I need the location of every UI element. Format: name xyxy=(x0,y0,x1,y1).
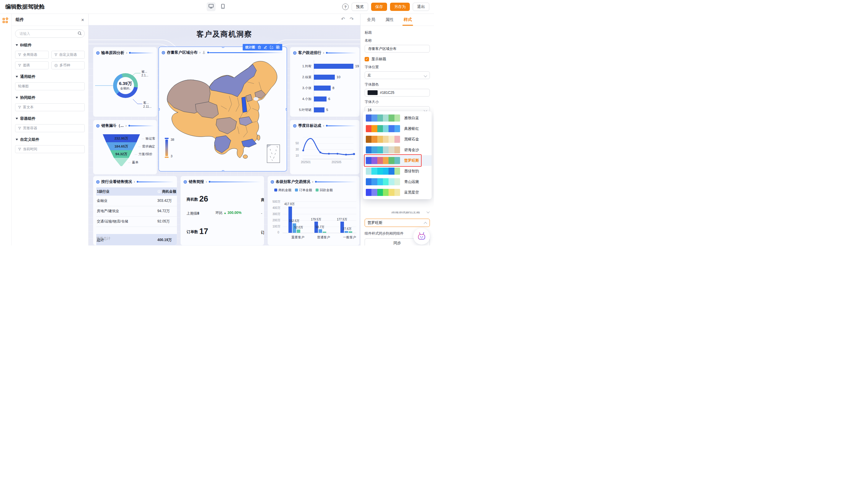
save-as-button[interactable]: 另存为 xyxy=(390,3,410,11)
search-icon xyxy=(78,31,82,35)
font-color-field[interactable]: #181C25 xyxy=(365,89,430,96)
edit-square-icon[interactable] xyxy=(270,46,273,49)
widget-industry-table[interactable]: 按行业看销售情况 › 1级行业 $商机金额 金融业303.42万 房地产/建筑业… xyxy=(93,176,177,246)
close-icon[interactable]: × xyxy=(81,18,84,22)
section-bi-components[interactable]: BI组件 xyxy=(16,42,84,48)
y-tick: 10 xyxy=(296,154,299,157)
component-search[interactable] xyxy=(15,30,85,38)
rank-bar-chart[interactable]: 1.刘宥19 2.徐莱10 3.小张8 4.小加6 5.叶明诸5 xyxy=(293,63,358,117)
chevron-right-icon[interactable]: › xyxy=(323,51,324,55)
line-chart[interactable]: 50 30 10 202501 202505 xyxy=(295,131,356,167)
y-tick: 50 xyxy=(296,142,299,145)
resize-handle[interactable] xyxy=(286,108,287,110)
table-row[interactable]: 金融业303.42万 xyxy=(96,196,177,206)
theme-option[interactable]: 黑曜石金 xyxy=(363,134,431,145)
undo-icon[interactable]: ↶ xyxy=(341,16,345,22)
theme-select[interactable]: 普罗旺斯 xyxy=(365,219,430,227)
resize-handle[interactable] xyxy=(222,47,224,48)
title-decoration xyxy=(129,125,154,126)
theme-option[interactable]: 青山远黛 xyxy=(363,176,431,187)
font-color-label: 字体颜色 xyxy=(365,82,430,87)
tab-properties[interactable]: 属性 xyxy=(385,17,394,22)
section-common-components[interactable]: 通用组件 xyxy=(16,74,84,79)
save-button[interactable]: 保存 xyxy=(371,3,387,11)
chevron-right-icon[interactable]: › xyxy=(312,179,313,184)
chevron-right-icon[interactable]: › xyxy=(199,50,200,55)
widget-lose-reason[interactable]: 输单原因分析 › 6.39万 金额的.. 被...2.1... xyxy=(93,47,157,117)
component-item-current-time[interactable]: 当前时间 xyxy=(15,145,85,153)
dashboard-board[interactable]: 客户及商机洞察 输单原因分析 › 6.39万 金额的.. xyxy=(89,25,360,246)
grouped-bar-chart[interactable]: 417.9万 152.5万 52.0万 179.5万 58.7万 177.5万 … xyxy=(283,201,356,233)
chevron-right-icon[interactable]: › xyxy=(206,179,207,184)
components-logo-icon[interactable] xyxy=(3,18,8,24)
preview-button[interactable]: 预览 xyxy=(352,3,368,11)
copy-component-icon[interactable] xyxy=(276,46,280,49)
collapse-icon xyxy=(16,76,18,78)
chevron-right-icon[interactable]: › xyxy=(323,123,324,128)
widget-bullet-icon xyxy=(293,51,297,55)
widget-title: 客户跟进排行 xyxy=(298,50,321,55)
exit-button[interactable]: 退出 xyxy=(413,3,429,11)
font-position-select[interactable]: 左 xyxy=(365,71,430,79)
component-item-richtext[interactable]: 富文本 xyxy=(15,103,85,111)
widget-region-map[interactable]: 存量客户区域分布 › xyxy=(159,47,287,171)
widget-quarter-target[interactable]: 季度目标达成 › 50 xyxy=(290,120,360,174)
component-item-chart[interactable]: 图表 xyxy=(15,61,49,69)
theme-option[interactable]: 典雅银红 xyxy=(363,123,431,134)
mobile-view-button[interactable] xyxy=(219,2,227,11)
show-title-checkbox[interactable]: ✓ xyxy=(365,57,369,61)
tab-style[interactable]: 样式 xyxy=(403,17,412,22)
widget-title: 输单原因分析 xyxy=(101,50,124,55)
widget-funnel[interactable]: 销售漏斗（... › 232.95万 184.65万 94.32万 验证客 需求… xyxy=(93,120,157,174)
help-icon[interactable]: ? xyxy=(342,3,349,10)
trash-icon[interactable] xyxy=(258,46,261,49)
section-custom-components[interactable]: 自定义组件 xyxy=(16,137,84,142)
widget-follow-rank[interactable]: 客户跟进排行 › 1.刘宥19 2.徐莱10 3.小张8 4.小加6 5.叶明诸… xyxy=(290,47,360,117)
theme-option-selected[interactable]: 普罗旺斯 xyxy=(363,155,431,166)
theme-option[interactable]: 蓝黑星空 xyxy=(363,187,431,198)
redo-icon[interactable]: ↷ xyxy=(350,16,354,22)
widget-name-input[interactable] xyxy=(368,46,427,51)
theme-option[interactable]: 雅致白蓝 xyxy=(363,113,431,123)
section-container-components[interactable]: 容器组件 xyxy=(16,116,84,121)
component-item-global-filter[interactable]: 全局筛选 xyxy=(15,51,49,59)
funnel-icon xyxy=(18,106,21,109)
theme-option[interactable]: 墨绿智韵 xyxy=(363,166,431,176)
chart-legend[interactable]: 商机金额 订单金额 回款金额 xyxy=(274,188,333,192)
theme-dropdown[interactable]: 雅致白蓝 典雅银红 黑曜石金 碧海金沙 普罗旺斯 墨绿智韵 青山远黛 蓝黑星空 xyxy=(363,111,431,199)
chevron-right-icon[interactable]: › xyxy=(126,51,127,55)
dashboard-canvas[interactable]: ↶ ↷ 客户及商机洞察 输单原因分析 › xyxy=(89,14,360,246)
widget-type-label: 统计图 xyxy=(245,45,255,50)
widget-sales-brief[interactable]: 销售简报 › 商机数 26 上期值8 环比 ▲ 300.00% 订单数 xyxy=(180,176,264,246)
ai-assistant-button[interactable] xyxy=(413,228,430,244)
china-choropleth-map[interactable] xyxy=(161,56,285,166)
anchor-icon[interactable] xyxy=(202,51,205,55)
chevron-right-icon[interactable]: › xyxy=(125,123,127,128)
collapse-icon xyxy=(16,118,18,119)
component-item-multicurrency[interactable]: $多币种 xyxy=(51,61,85,69)
resize-handle[interactable] xyxy=(159,108,160,110)
selected-widget-toolbar[interactable]: 统计图 xyxy=(243,44,282,51)
view-total-link[interactable]: 查看总计 xyxy=(96,236,110,241)
component-item-tab-container[interactable]: 页签容器 xyxy=(15,124,85,132)
svg-text:$: $ xyxy=(56,64,57,66)
pencil-icon[interactable] xyxy=(264,46,267,49)
resize-handle[interactable] xyxy=(222,170,224,171)
resize-handle[interactable] xyxy=(159,170,160,171)
resize-handle[interactable] xyxy=(286,170,287,171)
tab-global[interactable]: 全局 xyxy=(367,17,375,22)
table-row[interactable]: 交通/运输/物流/仓储92.05万 xyxy=(96,216,177,227)
table-row[interactable]: 房地产/建筑业94.72万 xyxy=(96,206,177,216)
title-decoration xyxy=(137,181,174,183)
component-item-custom-filter[interactable]: 自定义筛选 xyxy=(51,51,85,59)
palette-swatch xyxy=(366,125,400,132)
widget-level-trade[interactable]: 各级别客户交易情况 › 商机金额 订单金额 回款金额 500万 400万 300… xyxy=(268,176,360,246)
desktop-view-button[interactable] xyxy=(207,2,216,11)
widget-title: 存量客户区域分布 xyxy=(167,50,197,55)
color-swatch[interactable] xyxy=(368,90,377,95)
chevron-right-icon[interactable]: › xyxy=(134,179,135,184)
search-input[interactable] xyxy=(19,31,76,36)
component-item-carousel[interactable]: 轮播图 xyxy=(15,82,85,90)
section-collab-components[interactable]: 协同组件 xyxy=(16,95,84,100)
theme-option[interactable]: 碧海金沙 xyxy=(363,145,431,155)
